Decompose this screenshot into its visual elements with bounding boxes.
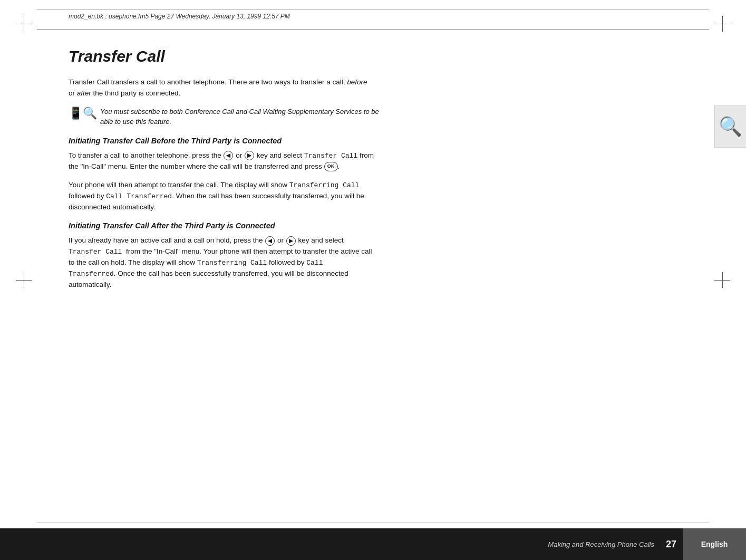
left-key: ◀	[224, 151, 233, 160]
section2-para1: If you already have an active call and a…	[69, 235, 374, 291]
crosshair-top-left	[16, 16, 32, 32]
crosshair-mid-left	[16, 272, 32, 288]
header-line	[37, 9, 709, 10]
footer-bar: Making and Receiving Phone Calls 27 Engl…	[0, 528, 746, 560]
sidebar-tab: 🔍	[714, 105, 746, 148]
crosshair-top-right	[714, 16, 730, 32]
footer-page-label: Making and Receiving Phone Calls	[548, 540, 654, 548]
crosshair-mid-right	[714, 272, 730, 288]
page-title: Transfer Call	[69, 47, 693, 65]
main-content: Transfer Call Transfer Call transfers a …	[69, 32, 693, 507]
right-key-2: ▶	[286, 236, 296, 246]
footer-line	[37, 523, 709, 523]
sidebar-icon: 🔍	[719, 115, 742, 138]
left-key-2: ◀	[265, 236, 275, 246]
section1-para1: To transfer a call to another telephone,…	[69, 150, 374, 172]
ok-key: OK	[324, 162, 338, 171]
section1-heading: Initiating Transfer Call Before the Thir…	[69, 137, 374, 145]
note-box: 📱🔍 You must subscribe to both Conference…	[69, 107, 380, 127]
section1-para2: Your phone will then attempt to transfer…	[69, 180, 374, 213]
right-key: ▶	[245, 151, 254, 160]
note-text: You must subscribe to both Conference Ca…	[100, 107, 380, 127]
footer-language: English	[683, 528, 746, 560]
section2-heading: Initiating Transfer Call After the Third…	[69, 221, 374, 230]
footer-page-number: 27	[660, 539, 683, 550]
note-icon: 📱🔍	[69, 107, 97, 120]
footer-content: Making and Receiving Phone Calls 27 Engl…	[548, 528, 746, 560]
header-text: mod2_en.bk : usephone.fm5 Page 27 Wednes…	[69, 13, 290, 20]
intro-text: Transfer Call transfers a call to anothe…	[69, 77, 374, 99]
top-content-line	[37, 29, 709, 30]
